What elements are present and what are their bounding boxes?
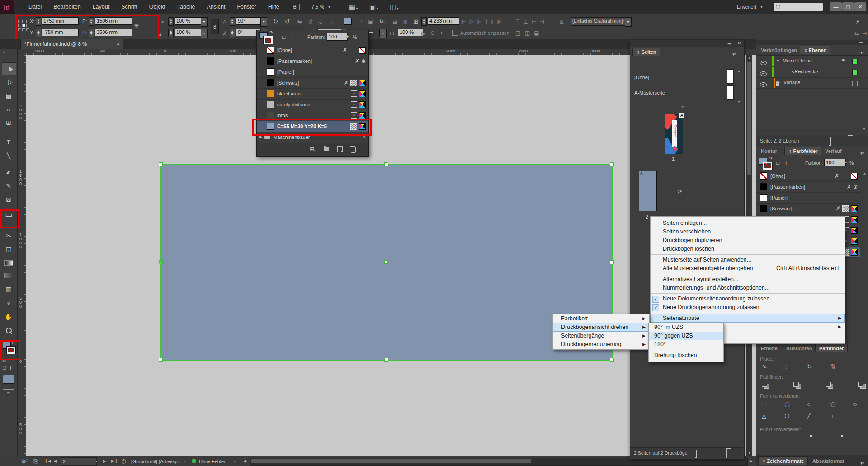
page-combo-dropdown-icon[interactable]: ▼: [95, 460, 98, 463]
swap-fill-stroke-icon[interactable]: ⇄: [12, 341, 15, 345]
status-dropdown-icon[interactable]: ▼: [233, 460, 236, 463]
tab-farbfelder[interactable]: Farbfelder: [784, 147, 821, 155]
menu-datei[interactable]: Datei: [23, 0, 47, 14]
effects-fx-button[interactable]: fx.: [380, 18, 385, 24]
dock-collapse-icon[interactable]: ▸▸: [859, 41, 863, 44]
convert-line-icon[interactable]: ╱: [807, 413, 811, 419]
menu-layout[interactable]: Layout: [87, 0, 116, 14]
gpu-performance-icon[interactable]: ⚡: [856, 19, 859, 24]
page2-thumbnail[interactable]: A: [639, 171, 657, 211]
column-buttons-group[interactable]: ◫ ◫ ⬓: [515, 30, 541, 36]
tool-pencil[interactable]: ✎: [2, 180, 15, 192]
scale-x-stepper[interactable]: [168, 17, 174, 26]
layer-expand-icon[interactable]: ▶: [777, 81, 780, 85]
pages-panel-titlebar[interactable]: ◂◂ ✕: [630, 40, 744, 47]
workspace-dropdown-icon[interactable]: ▼: [760, 5, 763, 9]
submenu-item-180[interactable]: 180°: [649, 340, 723, 349]
ruler-origin-corner[interactable]: [17, 49, 27, 56]
swatch-views-icon[interactable]: ⊞▾: [310, 147, 316, 152]
stroke-proxy-swatch[interactable]: [763, 162, 772, 170]
tool-direct-selection[interactable]: ▷: [2, 76, 15, 88]
opacity-field[interactable]: 100 %: [398, 29, 423, 36]
affect-text-icon[interactable]: T: [290, 34, 293, 40]
master-a-label[interactable]: A-Musterseite: [634, 90, 665, 95]
layer-selection-square[interactable]: [852, 81, 858, 86]
rotate-ccw-icon[interactable]: ↺: [285, 19, 290, 24]
object-states-icon[interactable]: ⧈,: [560, 19, 565, 24]
handle-bottom-right[interactable]: [610, 358, 614, 362]
swatch-row-bleed-area[interactable]: bleed area: [257, 88, 368, 100]
tool-selection[interactable]: ▶: [2, 62, 16, 75]
first-page-icon[interactable]: ❙◀: [44, 459, 51, 463]
menu-fenster[interactable]: Fenster: [231, 0, 262, 14]
tab-verknuepfungen[interactable]: Verknüpfungen: [761, 48, 797, 53]
layer-visibility-icon[interactable]: [760, 71, 767, 76]
proxy-swap-icon[interactable]: ↷: [269, 30, 273, 35]
text-wrap-icon[interactable]: ▤: [392, 19, 397, 24]
apply-color-button[interactable]: [3, 375, 14, 384]
proxy-swap-icon[interactable]: ↷: [769, 156, 773, 161]
menu-item-druckbogen-duplizieren[interactable]: Druckbogen duplizieren: [651, 236, 845, 245]
scale-y-field[interactable]: 100 %: [175, 29, 203, 36]
masters-scroll-up-icon[interactable]: ▲: [736, 69, 742, 73]
reference-point-proxy[interactable]: [18, 20, 29, 31]
swatches-scroll-up-icon[interactable]: ▲: [862, 171, 868, 176]
y-stepper[interactable]: [36, 29, 41, 37]
convert-triangle-icon[interactable]: △: [762, 413, 766, 419]
tool-content-collector[interactable]: ⊞: [2, 117, 15, 128]
menu-tabelle[interactable]: Tabelle: [171, 0, 201, 14]
join-path-icon[interactable]: ∿: [762, 363, 767, 370]
shear-stepper[interactable]: [230, 29, 235, 37]
handle-center-point[interactable]: [384, 260, 388, 264]
panel-fill-stroke-proxy[interactable]: ↷: [759, 158, 772, 169]
pathfinder-subtract-icon[interactable]: [793, 382, 801, 388]
submenu-item-druckbogenansicht-drehen[interactable]: Druckbogenansicht drehen▶: [553, 323, 649, 332]
scroll-left-icon[interactable]: ◀: [243, 459, 246, 463]
page1-label[interactable]: 1: [672, 156, 675, 162]
swatch-row-schwarz[interactable]: [Schwarz]: [756, 203, 860, 214]
tab-pathfinder[interactable]: Pathfinder: [815, 344, 848, 352]
x-field[interactable]: 1750 mm: [42, 17, 79, 25]
swatch-row-papier[interactable]: [Papier]: [257, 67, 368, 78]
menu-hilfe[interactable]: Hilfe: [262, 0, 285, 14]
menu-bearbeiten[interactable]: Bearbeiten: [47, 0, 86, 14]
convert-inverse-rounded-icon[interactable]: ⬠: [830, 401, 835, 407]
bridge-button[interactable]: Br: [292, 4, 300, 10]
menu-item-musterseite-anwenden[interactable]: Musterseite auf Seiten anwenden...: [651, 256, 845, 264]
menu-item-musterseitenobjekte-uebergehen[interactable]: Alle Musterseitenobjekte übergehenCtrl+A…: [651, 264, 845, 273]
scroll-up-icon[interactable]: ▲: [746, 56, 752, 60]
dropdown-fill-stroke-proxy[interactable]: ↷: [259, 32, 272, 43]
menu-item-druckbogenanordnung[interactable]: Neue Druckbogenanordnung zulassen: [651, 303, 845, 312]
tint-slider-icon[interactable]: ▶: [844, 160, 847, 164]
tab-absatzformat[interactable]: Absatzformat: [812, 458, 844, 464]
layer-name[interactable]: Meine Ebene: [783, 58, 812, 63]
submenu-item-druckbogenreduzierung[interactable]: Druckbogenreduzierung▶: [553, 340, 649, 349]
tool-line[interactable]: ╲: [2, 150, 15, 162]
menu-item-dokumentseitenanordnung[interactable]: Neue Dokumentseitenanordnung zulassen: [651, 295, 845, 303]
scale-x-dropdown[interactable]: [201, 17, 208, 27]
tab-verlauf[interactable]: Verlauf: [825, 148, 842, 154]
submenu-item-drehung-loeschen[interactable]: Drehung löschen: [649, 351, 723, 360]
close-path-icon[interactable]: ↻: [807, 363, 812, 370]
corner-options-icon[interactable]: ⬚: [357, 19, 362, 24]
new-layer-icon[interactable]: [830, 137, 831, 146]
opacity-arrow-icon[interactable]: ▶: [421, 31, 425, 36]
convert-rectangle-icon[interactable]: □: [762, 401, 765, 407]
handle-top-left[interactable]: [159, 162, 163, 166]
view-mode-button[interactable]: ▭: [3, 389, 14, 397]
layer-selection-square[interactable]: [852, 59, 858, 64]
menu-item-nummerierungsoptionen[interactable]: Nummerierungs- und Abschnittsoptionen...: [651, 284, 845, 292]
page2-label[interactable]: 2: [646, 214, 648, 219]
align-distribute-icon[interactable]: ⫝: [319, 19, 322, 24]
effects-toggle-icon[interactable]: ◐: [440, 30, 443, 36]
master-ohne-thumbnail[interactable]: [727, 69, 734, 84]
document-tab-close-icon[interactable]: ✕: [116, 39, 120, 49]
layer-expand-icon[interactable]: ▼: [776, 59, 780, 63]
swatch-row-passermarken[interactable]: [Passermarken]: [756, 181, 860, 193]
constrain-dimensions-icon[interactable]: ✳: [134, 23, 139, 29]
object-style-dropdown-arrow[interactable]: [625, 17, 632, 27]
toolbar-collapse-icon[interactable]: »: [3, 51, 5, 55]
formatting-text-icon[interactable]: T: [9, 366, 12, 371]
tool-hand[interactable]: ✋: [2, 311, 15, 323]
x-stepper[interactable]: [36, 17, 41, 26]
